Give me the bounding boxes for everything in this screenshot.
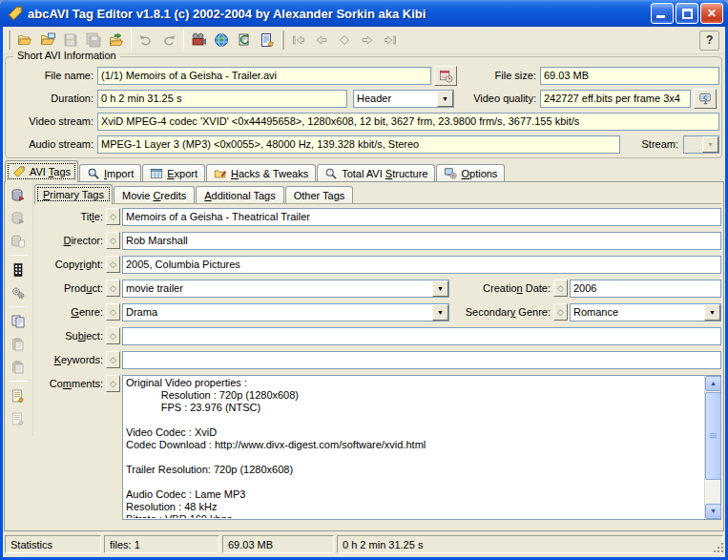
rename-by-tags-button[interactable]: 12: [434, 66, 457, 86]
save-tags-button[interactable]: [59, 29, 82, 52]
comments-tag-button[interactable]: ◇: [106, 375, 120, 392]
note-pencil-icon: [10, 411, 26, 426]
paste-special-button[interactable]: [8, 357, 29, 378]
nav-previous-button[interactable]: [310, 29, 333, 52]
comments-textarea[interactable]: Original Video properties : Resolution :…: [122, 375, 721, 520]
video-quality-info-button[interactable]: [694, 89, 717, 109]
creation-date-label: Creation Date:: [436, 282, 551, 294]
edit-note-button[interactable]: [8, 385, 29, 406]
internet-button[interactable]: [210, 29, 233, 52]
window-title: abcAVI Tag Editor v1.8.1 (c) 2002-2004 b…: [28, 7, 651, 21]
title-field[interactable]: Memoirs of a Geisha - Theatrical Trailer: [122, 208, 721, 226]
toolbar-grip[interactable]: [8, 31, 10, 50]
creation-date-tag-button[interactable]: ◇: [553, 280, 568, 297]
movie-camera-icon: [191, 32, 206, 48]
copy-tags-button[interactable]: [8, 311, 29, 332]
film-info-button[interactable]: [8, 259, 29, 280]
file-size-field[interactable]: 69.03 MB: [540, 67, 719, 85]
tab-additional-tags[interactable]: Additional Tags: [196, 186, 283, 203]
calendar-clock-icon: 12: [439, 69, 453, 83]
open-file-dialog-button[interactable]: [36, 29, 59, 52]
scroll-down-icon[interactable]: ▼: [705, 504, 721, 519]
tab-other-tags[interactable]: Other Tags: [285, 186, 354, 203]
keywords-tag-button[interactable]: ◇: [106, 351, 120, 368]
tab-primary-tags[interactable]: Primary Tags: [34, 184, 113, 204]
file-name-field[interactable]: (1/1) Memoirs of a Geisha - Trailer.avi: [97, 67, 431, 85]
toolbar-grip[interactable]: [281, 31, 284, 50]
scrollbar-thumb[interactable]: [705, 392, 721, 480]
director-field[interactable]: Rob Marshall: [122, 232, 721, 250]
tab-options[interactable]: Options: [436, 164, 505, 182]
keywords-label: Keywords:: [40, 354, 103, 365]
genre-value: Drama: [126, 306, 157, 318]
secondary-genre-select[interactable]: Romance ▼: [570, 303, 721, 321]
help-button[interactable]: ?: [699, 31, 719, 51]
product-label: Product:: [40, 282, 103, 294]
options-gear-icon: [444, 167, 457, 180]
director-tag-button[interactable]: ◇: [106, 232, 120, 249]
paste-tags-button[interactable]: [8, 334, 29, 355]
stream-select[interactable]: ▼: [683, 135, 719, 154]
tab-total-avi-structure[interactable]: Total AVI Structure: [317, 164, 435, 182]
tab-avi-tags[interactable]: AVI Tags: [5, 160, 78, 182]
tab-hacks-tweaks[interactable]: Hacks & Tweaks: [206, 164, 316, 182]
toolbar-separator: [131, 30, 132, 51]
tab-export[interactable]: Export: [142, 164, 205, 182]
nav-next-button[interactable]: [356, 29, 379, 52]
redo-button[interactable]: [157, 29, 180, 52]
resize-grip[interactable]: [712, 541, 724, 553]
copyright-field[interactable]: 2005, Columbia Pictures: [122, 256, 721, 274]
edit-note-special-button[interactable]: [8, 408, 29, 429]
save-all-icon: [86, 32, 101, 48]
subject-tag-button[interactable]: ◇: [106, 327, 120, 344]
product-select[interactable]: movie trailer ▼: [122, 280, 449, 298]
titlebar[interactable]: abcAVI Tag Editor v1.8.1 (c) 2002-2004 b…: [0, 0, 728, 27]
minimize-button[interactable]: [651, 3, 674, 24]
maximize-button[interactable]: [676, 3, 698, 24]
edit-list-button[interactable]: [256, 29, 279, 52]
subject-field[interactable]: [122, 327, 721, 345]
status-total-duration: 0 h 2 min 31.25 s: [337, 535, 723, 553]
audio-stream-field[interactable]: MPEG-1 Layer 3 (MP3) <0x0055>, 48000 Hz,…: [97, 135, 620, 154]
avi-info-button[interactable]: [187, 29, 210, 52]
refresh-tags-button[interactable]: [233, 29, 256, 52]
tab-movie-credits[interactable]: Movie Credits: [114, 186, 195, 203]
creation-date-field[interactable]: 2006: [570, 280, 721, 298]
save-as-button[interactable]: [105, 29, 128, 52]
scroll-up-icon[interactable]: ▲: [705, 376, 721, 391]
nav-last-button[interactable]: [379, 29, 402, 52]
product-tag-button[interactable]: ◇: [106, 280, 120, 297]
undo-button[interactable]: [135, 29, 157, 52]
tab-label: Hacks & Tweaks: [231, 168, 308, 179]
nav-first-button[interactable]: [287, 29, 310, 52]
secondary-genre-label: Secondary Genre:: [436, 306, 551, 318]
genre-select[interactable]: Drama ▼: [122, 303, 449, 321]
write-tags-special-button[interactable]: [8, 231, 29, 252]
title-tag-button[interactable]: ◇: [106, 208, 120, 225]
app-tag-icon: [7, 5, 24, 22]
nav-current-button[interactable]: [333, 29, 356, 52]
status-files-count: files: 1: [104, 535, 219, 553]
open-folder-window-icon: [40, 32, 55, 48]
gears-button[interactable]: [8, 282, 29, 303]
write-tags-all-button[interactable]: [8, 208, 29, 229]
stream-label: Stream:: [626, 138, 678, 150]
write-tags-button[interactable]: [8, 185, 29, 206]
comments-label: Comments:: [40, 378, 103, 389]
group-label: Short AVI Information: [13, 50, 120, 61]
duration-field[interactable]: 0 h 2 min 31.25 s: [97, 90, 347, 108]
film-strip-icon: [10, 262, 26, 278]
secondary-genre-tag-button[interactable]: ◇: [553, 303, 568, 321]
video-stream-field[interactable]: XviD MPEG-4 codec 'XVID' <0x44495658>, 1…: [97, 113, 719, 131]
tab-import[interactable]: Import: [79, 164, 141, 182]
open-file-button[interactable]: [13, 29, 36, 52]
close-button[interactable]: ✕: [700, 3, 723, 24]
copyright-tag-button[interactable]: ◇: [106, 256, 120, 273]
comments-scrollbar[interactable]: ▲ ▼: [704, 376, 720, 519]
dropdown-arrow-icon[interactable]: ▼: [702, 136, 718, 153]
dropdown-arrow-icon[interactable]: ▼: [704, 304, 720, 321]
genre-tag-button[interactable]: ◇: [106, 303, 120, 321]
save-all-button[interactable]: [82, 29, 105, 52]
keywords-field[interactable]: [122, 351, 721, 369]
video-quality-field[interactable]: 242727 eff.bits per frame 3x4: [540, 90, 691, 108]
